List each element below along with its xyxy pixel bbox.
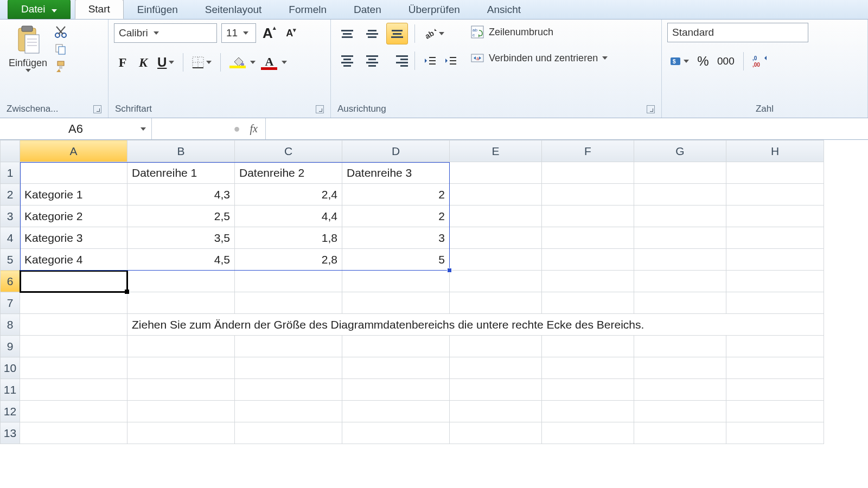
cell[interactable] [542, 357, 634, 379]
cell[interactable] [542, 206, 634, 227]
comma-style-button[interactable]: 000 [715, 51, 737, 72]
cell[interactable] [542, 271, 634, 292]
decrease-font-button[interactable]: A▾ [283, 23, 300, 43]
cell[interactable] [20, 379, 127, 401]
cell[interactable]: 2,5 [127, 206, 235, 227]
tab-insert[interactable]: Einfügen [124, 0, 192, 19]
col-header-e[interactable]: E [450, 140, 542, 162]
row-header[interactable]: 4 [1, 227, 20, 249]
cell[interactable] [127, 336, 235, 357]
cell[interactable]: 3 [342, 227, 450, 249]
cell[interactable] [726, 336, 824, 357]
align-center-button[interactable] [361, 50, 383, 72]
row-header[interactable]: 5 [1, 249, 20, 271]
cell[interactable] [726, 227, 824, 249]
cell[interactable] [20, 401, 127, 422]
cell[interactable] [20, 162, 127, 184]
cell[interactable] [634, 162, 726, 184]
cell[interactable] [634, 249, 726, 271]
col-header-f[interactable]: F [542, 140, 634, 162]
tab-view[interactable]: Ansicht [474, 0, 534, 19]
cell[interactable]: 4,5 [127, 249, 235, 271]
cell[interactable] [342, 422, 450, 444]
cell[interactable]: 2,4 [235, 184, 342, 206]
row-header[interactable]: 8 [1, 314, 20, 336]
row-header[interactable]: 9 [1, 336, 20, 357]
cell[interactable] [542, 336, 634, 357]
col-header-a[interactable]: A [20, 140, 127, 162]
cell[interactable] [342, 357, 450, 379]
col-header-h[interactable]: H [726, 140, 824, 162]
copy-button[interactable] [54, 42, 68, 56]
cell[interactable]: 1,8 [235, 227, 342, 249]
cell[interactable]: 2,8 [235, 249, 342, 271]
cell[interactable] [634, 357, 726, 379]
cell[interactable] [542, 249, 634, 271]
align-right-button[interactable] [386, 50, 408, 72]
chevron-down-icon[interactable] [282, 61, 287, 64]
cell[interactable] [634, 206, 726, 227]
col-header-c[interactable]: C [235, 140, 342, 162]
cell[interactable] [542, 379, 634, 401]
cell[interactable] [726, 271, 824, 292]
cell[interactable] [634, 401, 726, 422]
row-header[interactable]: 2 [1, 184, 20, 206]
cell[interactable]: Kategorie 2 [20, 206, 127, 227]
italic-button[interactable]: K [135, 52, 152, 73]
merge-center-button[interactable]: a Verbinden und zentrieren [467, 49, 611, 67]
cell[interactable]: Datenreihe 1 [127, 162, 235, 184]
tab-formulas[interactable]: Formeln [275, 0, 340, 19]
tab-file[interactable]: Datei [8, 0, 71, 19]
cut-button[interactable] [54, 25, 68, 39]
cell[interactable] [726, 206, 824, 227]
cell[interactable] [726, 401, 824, 422]
row-header[interactable]: 12 [1, 401, 20, 422]
cell[interactable] [342, 401, 450, 422]
cell[interactable] [634, 184, 726, 206]
cell[interactable] [726, 184, 824, 206]
fill-color-button[interactable] [227, 52, 248, 73]
cell[interactable] [342, 379, 450, 401]
increase-decimal-button[interactable]: ,0,00 [750, 51, 771, 72]
col-header-g[interactable]: G [634, 140, 726, 162]
align-bottom-button[interactable] [386, 23, 408, 44]
cell-grid[interactable]: A B C D E F G H 1Datenreihe 1Datenreihe … [0, 140, 824, 444]
cell[interactable] [127, 292, 235, 314]
clipboard-dialog-launcher[interactable] [93, 105, 101, 113]
cell[interactable] [450, 162, 542, 184]
row-header[interactable]: 7 [1, 292, 20, 314]
underline-button[interactable]: U [155, 52, 176, 73]
cell[interactable] [450, 184, 542, 206]
cell[interactable] [450, 422, 542, 444]
cell[interactable] [127, 401, 235, 422]
cell[interactable] [127, 379, 235, 401]
align-left-button[interactable] [336, 50, 358, 72]
row-header[interactable]: 11 [1, 379, 20, 401]
borders-button[interactable] [190, 52, 214, 73]
font-family-select[interactable]: Calibri [114, 23, 217, 43]
percent-button[interactable]: % [694, 51, 712, 72]
cell[interactable] [542, 292, 634, 314]
chevron-down-icon[interactable] [250, 61, 256, 64]
cell[interactable] [450, 271, 542, 292]
cell[interactable] [235, 357, 342, 379]
cell[interactable] [542, 162, 634, 184]
row-header[interactable]: 1 [1, 162, 20, 184]
cell[interactable] [127, 357, 235, 379]
cell[interactable] [342, 336, 450, 357]
cell[interactable]: Datenreihe 2 [235, 162, 342, 184]
font-size-select[interactable]: 11 [221, 23, 256, 43]
cell[interactable] [542, 184, 634, 206]
cell[interactable]: 2 [342, 206, 450, 227]
formula-input[interactable] [266, 118, 868, 139]
alignment-dialog-launcher[interactable] [647, 105, 655, 113]
cell[interactable] [450, 336, 542, 357]
cell[interactable]: Kategorie 1 [20, 184, 127, 206]
cell[interactable] [450, 206, 542, 227]
tab-data[interactable]: Daten [340, 0, 395, 19]
selected-cell[interactable] [20, 271, 127, 292]
cell[interactable] [450, 227, 542, 249]
increase-indent-button[interactable] [442, 50, 459, 71]
cell[interactable]: Kategorie 3 [20, 227, 127, 249]
cell[interactable] [450, 292, 542, 314]
